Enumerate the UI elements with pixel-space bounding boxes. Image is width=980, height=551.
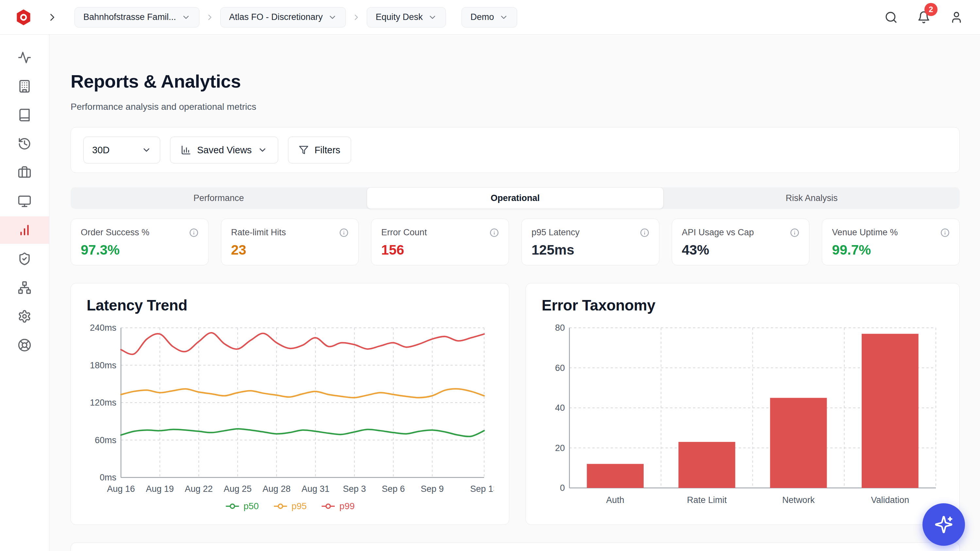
latency-trend-chart: 0ms60ms120ms180ms240msAug 16Aug 19Aug 22… (87, 322, 494, 499)
kpi-value: 97.3% (81, 242, 199, 258)
date-range-value: 30D (92, 145, 110, 156)
kpi-card-order-success: Order Success % 97.3% (71, 219, 208, 265)
date-range-select[interactable]: 30D (83, 137, 160, 164)
life-buoy-icon (18, 338, 31, 352)
sidebar-expand-button[interactable] (43, 8, 62, 27)
kpi-card-p95-latency: p95 Latency 125ms (521, 219, 659, 265)
sidebar-item-org[interactable] (0, 73, 49, 100)
svg-text:120ms: 120ms (90, 398, 116, 408)
ai-assistant-button[interactable] (923, 503, 965, 546)
svg-text:180ms: 180ms (90, 360, 116, 370)
kpi-card-api-usage: API Usage vs Cap 43% (672, 219, 810, 265)
sidebar-item-monitoring[interactable] (0, 187, 49, 215)
breadcrumb: Bahnhofstrasse Famil... Atlas FO - Discr… (75, 7, 517, 27)
svg-text:Network: Network (782, 495, 815, 505)
book-icon (18, 108, 31, 122)
error-chart-title: Error Taxonomy (542, 297, 944, 314)
sidebar-item-compliance[interactable] (0, 245, 49, 273)
breadcrumb-env-label: Demo (470, 12, 494, 22)
sparkles-icon (934, 515, 953, 534)
svg-text:40: 40 (555, 403, 565, 413)
kpi-card-venue-uptime: Venue Uptime % 99.7% (822, 219, 960, 265)
breadcrumb-desk-select[interactable]: Equity Desk (367, 7, 446, 27)
info-icon[interactable] (790, 228, 799, 237)
svg-text:20: 20 (555, 443, 565, 453)
chevron-down-icon (181, 13, 191, 22)
kpi-label: Order Success % (81, 227, 150, 238)
svg-text:Sep 6: Sep 6 (382, 484, 405, 494)
sidebar-item-history[interactable] (0, 130, 49, 157)
svg-text:Aug 16: Aug 16 (107, 484, 135, 494)
user-menu-button[interactable] (947, 8, 966, 27)
saved-views-button[interactable]: Saved Views (170, 137, 278, 164)
kpi-value: 125ms (531, 242, 649, 258)
filters-toolbar: 30D Saved Views Filters (71, 127, 960, 173)
kpi-label: Error Count (381, 227, 427, 238)
breadcrumb-org-select[interactable]: Bahnhofstrasse Famil... (75, 7, 199, 27)
breadcrumb-desk-label: Equity Desk (375, 12, 423, 22)
breadcrumb-org-label: Bahnhofstrasse Famil... (83, 12, 176, 22)
topbar-actions: 2 (882, 8, 966, 27)
chevron-right-icon (205, 13, 215, 22)
bar-chart-icon (18, 223, 31, 237)
legend-item-p95[interactable]: p95 (273, 501, 307, 511)
info-icon[interactable] (189, 228, 199, 237)
tab-performance[interactable]: Performance (71, 187, 367, 209)
latency-trend-card: Latency Trend 0ms60ms120ms180ms240msAug … (71, 283, 509, 525)
app-logo-icon (14, 8, 33, 27)
chevron-down-icon (428, 13, 437, 22)
svg-text:0ms: 0ms (100, 473, 116, 483)
search-icon (885, 11, 897, 24)
chevron-down-icon (499, 13, 508, 22)
svg-text:80: 80 (555, 323, 565, 333)
info-icon[interactable] (940, 228, 950, 237)
breadcrumb-env-select[interactable]: Demo (461, 7, 517, 27)
sidebar-item-support[interactable] (0, 331, 49, 359)
svg-text:Aug 22: Aug 22 (185, 484, 213, 494)
sidebar-item-settings[interactable] (0, 303, 49, 330)
svg-text:Aug 19: Aug 19 (146, 484, 174, 494)
chevron-down-icon (328, 13, 337, 22)
breadcrumb-portfolio-select[interactable]: Atlas FO - Discretionary (220, 7, 346, 27)
info-icon[interactable] (640, 228, 649, 237)
kpi-value: 43% (682, 242, 800, 258)
legend-item-p99[interactable]: p99 (321, 501, 355, 511)
sidebar-item-network[interactable] (0, 274, 49, 301)
kpi-label: API Usage vs Cap (682, 227, 754, 238)
next-section-card (71, 543, 960, 551)
kpi-row: Order Success % 97.3% Rate-limit Hits 23… (71, 219, 960, 265)
building-icon (18, 79, 31, 93)
info-icon[interactable] (339, 228, 348, 237)
sidebar-item-activity[interactable] (0, 44, 49, 71)
svg-text:Rate Limit: Rate Limit (687, 495, 727, 505)
kpi-value: 99.7% (832, 242, 950, 258)
chevron-down-icon (142, 145, 151, 155)
sidebar (0, 35, 49, 551)
kpi-label: Rate-limit Hits (231, 227, 286, 238)
filters-button[interactable]: Filters (288, 137, 351, 164)
latency-chart-legend: p50p95p99 (87, 501, 493, 511)
gear-icon (18, 310, 31, 323)
sidebar-item-reports[interactable] (0, 216, 49, 244)
sidebar-item-jobs[interactable] (0, 159, 49, 186)
main-content: Reports & Analytics Performance analysis… (49, 35, 980, 551)
shield-check-icon (18, 252, 31, 266)
svg-text:Aug 28: Aug 28 (262, 484, 291, 494)
search-button[interactable] (882, 8, 900, 27)
tab-operational[interactable]: Operational (367, 187, 663, 209)
kpi-value: 23 (231, 242, 349, 258)
legend-item-p50[interactable]: p50 (225, 501, 259, 511)
tab-risk-analysis[interactable]: Risk Analysis (663, 187, 960, 209)
reports-analytics-page: Bahnhofstrasse Famil... Atlas FO - Discr… (0, 0, 980, 551)
svg-text:Sep 9: Sep 9 (421, 484, 444, 494)
info-icon[interactable] (490, 228, 499, 237)
sidebar-item-books[interactable] (0, 101, 49, 129)
svg-text:Sep 13: Sep 13 (470, 484, 494, 494)
error-taxonomy-chart: 020406080AuthRate LimitNetworkValidation (542, 322, 944, 509)
kpi-label: p95 Latency (531, 227, 579, 238)
topbar: Bahnhofstrasse Famil... Atlas FO - Discr… (0, 0, 980, 35)
saved-views-label: Saved Views (197, 145, 252, 156)
error-taxonomy-card: Error Taxonomy 020406080AuthRate LimitNe… (526, 283, 960, 525)
notification-count-badge: 2 (924, 3, 937, 16)
kpi-card-error-count: Error Count 156 (371, 219, 509, 265)
